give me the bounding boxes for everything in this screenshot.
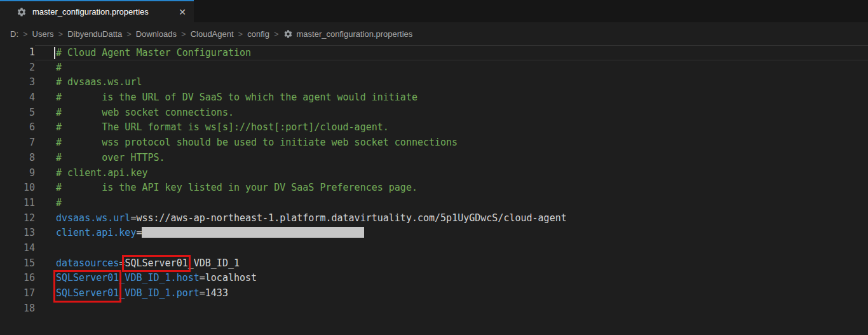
- line-number: 11: [0, 196, 35, 211]
- breadcrumb-separator-icon: >: [23, 29, 28, 39]
- code-token: # wss protocol should be used to initiat…: [56, 137, 458, 148]
- breadcrumb-item-label: Users: [32, 29, 54, 39]
- code-line-text: [35, 241, 868, 256]
- breadcrumb: D:>Users>DibyenduDatta>Downloads>CloudAg…: [0, 22, 868, 45]
- code-token: wss://aws-ap-northeast-1.platform.datavi…: [136, 212, 566, 224]
- breadcrumb-separator-icon: >: [274, 29, 279, 39]
- code-line-12[interactable]: 12dvsaas.ws.url=wss://aws-ap-northeast-1…: [0, 211, 868, 226]
- breadcrumb-separator-icon: >: [126, 29, 132, 39]
- breadcrumb-item-label: CloudAgent: [191, 29, 234, 39]
- code-line-5[interactable]: 5# web socket connections.: [0, 106, 868, 121]
- code-line-9[interactable]: 9# client.api.key: [0, 166, 868, 181]
- code-token: _VDB_ID_1.port: [119, 287, 199, 299]
- line-number: 9: [0, 166, 35, 181]
- code-line-text: datasources=SQLServer01_VDB_ID_1: [35, 256, 868, 271]
- line-number: 3: [0, 75, 35, 90]
- code-token: client.api.key: [56, 227, 136, 238]
- code-line-1[interactable]: 1# Cloud Agent Master Configuration: [0, 45, 868, 60]
- code-token: dvsaas.ws.url: [56, 212, 130, 224]
- redacted-api-key-block: [142, 227, 364, 238]
- breadcrumb-item-config[interactable]: config: [247, 29, 269, 39]
- code-token: datasources: [56, 257, 119, 269]
- code-line-16[interactable]: 16SQLServer01_VDB_ID_1.host=localhost: [0, 271, 868, 286]
- code-token: # is the URL of DV SaaS to which the age…: [56, 92, 417, 103]
- code-line-18[interactable]: 18: [0, 301, 868, 317]
- line-number: 1: [0, 45, 35, 60]
- code-token: # is the API key listed in your DV SaaS …: [56, 182, 417, 193]
- line-number: 13: [0, 226, 35, 241]
- line-number: 10: [0, 181, 35, 196]
- line-number: 6: [0, 120, 35, 135]
- line-number: 14: [0, 241, 35, 256]
- code-token: _VDB_ID_1: [188, 257, 240, 269]
- breadcrumb-item-master-configuration-properties[interactable]: master_configuration.properties: [283, 29, 413, 39]
- code-token: # dvsaas.ws.url: [56, 76, 142, 88]
- line-number: 7: [0, 135, 35, 151]
- code-line-text: # client.api.key: [35, 166, 868, 181]
- code-token: =: [200, 272, 205, 284]
- code-token: # client.api.key: [56, 167, 148, 179]
- line-number: 8: [0, 151, 35, 166]
- code-line-text: #: [35, 196, 868, 211]
- line-number: 4: [0, 90, 35, 106]
- code-line-text: #: [35, 60, 868, 76]
- code-line-15[interactable]: 15datasources=SQLServer01_VDB_ID_1: [0, 256, 868, 271]
- tab-bar: master_configuration.properties ✕: [0, 0, 868, 22]
- breadcrumb-item-dibyendudatta[interactable]: DibyenduDatta: [67, 29, 122, 39]
- code-token: # over HTTPS.: [56, 152, 165, 163]
- code-line-8[interactable]: 8# over HTTPS.: [0, 151, 868, 166]
- breadcrumb-separator-icon: >: [181, 29, 186, 39]
- line-number: 18: [0, 301, 35, 317]
- line-number: 2: [0, 60, 35, 76]
- code-line-13[interactable]: 13client.api.key=: [0, 226, 868, 241]
- code-line-14[interactable]: 14: [0, 241, 868, 256]
- tab-close-icon[interactable]: ✕: [179, 8, 186, 17]
- code-line-text: dvsaas.ws.url=wss://aws-ap-northeast-1.p…: [35, 211, 868, 226]
- code-line-11[interactable]: 11#: [0, 196, 868, 211]
- code-line-7[interactable]: 7# wss protocol should be used to initia…: [0, 135, 868, 151]
- code-token: SQLServer01: [125, 257, 187, 269]
- line-number: 5: [0, 106, 35, 121]
- code-line-text: # is the API key listed in your DV SaaS …: [35, 181, 868, 196]
- breadcrumb-separator-icon: >: [238, 29, 243, 39]
- line-number: 15: [0, 256, 35, 271]
- code-line-10[interactable]: 10# is the API key listed in your DV Saa…: [0, 181, 868, 196]
- code-token: SQLServer01: [56, 272, 119, 284]
- code-token: # web socket connections.: [56, 107, 234, 118]
- breadcrumb-item-label: DibyenduDatta: [67, 29, 122, 39]
- code-token: localhost: [205, 272, 257, 284]
- code-line-text: # is the URL of DV SaaS to which the age…: [35, 90, 868, 106]
- code-line-text: SQLServer01_VDB_ID_1.port=1433: [35, 286, 868, 301]
- line-number: 16: [0, 271, 35, 286]
- breadcrumb-item-downloads[interactable]: Downloads: [136, 29, 177, 39]
- code-line-17[interactable]: 17SQLServer01_VDB_ID_1.port=1433: [0, 286, 868, 301]
- breadcrumb-item-d[interactable]: D:: [10, 29, 18, 39]
- breadcrumb-separator-icon: >: [58, 29, 64, 39]
- code-token: #: [56, 197, 62, 209]
- code-token: # Cloud Agent Master Configuration: [56, 47, 251, 58]
- code-token: # The URL format is ws[s]://host[:port]/…: [56, 121, 389, 133]
- breadcrumb-file-gear-icon: [283, 29, 293, 39]
- code-line-2[interactable]: 2#: [0, 60, 868, 76]
- breadcrumb-item-users[interactable]: Users: [32, 29, 54, 39]
- editor[interactable]: 1# Cloud Agent Master Configuration2#3# …: [0, 45, 868, 335]
- code-token: =: [200, 287, 205, 299]
- code-line-3[interactable]: 3# dvsaas.ws.url: [0, 75, 868, 90]
- line-number: 12: [0, 211, 35, 226]
- line-number: 17: [0, 286, 35, 301]
- code-token: #: [56, 62, 62, 73]
- breadcrumb-item-label: master_configuration.properties: [297, 29, 413, 39]
- code-line-text: # web socket connections.: [35, 106, 868, 121]
- tab-master-configuration-properties[interactable]: master_configuration.properties ✕: [0, 0, 194, 22]
- code-token: =: [136, 227, 142, 238]
- code-line-text: # wss protocol should be used to initiat…: [35, 135, 868, 151]
- breadcrumb-item-cloudagent[interactable]: CloudAgent: [191, 29, 234, 39]
- code-line-4[interactable]: 4# is the URL of DV SaaS to which the ag…: [0, 90, 868, 106]
- code-line-text: client.api.key=: [35, 226, 868, 241]
- text-cursor: [54, 47, 55, 59]
- code-token: SQLServer01: [56, 287, 119, 299]
- code-token: _VDB_ID_1.host: [119, 272, 199, 284]
- breadcrumb-item-label: config: [247, 29, 269, 39]
- code-line-text: # The URL format is ws[s]://host[:port]/…: [35, 120, 868, 135]
- code-line-6[interactable]: 6# The URL format is ws[s]://host[:port]…: [0, 120, 868, 135]
